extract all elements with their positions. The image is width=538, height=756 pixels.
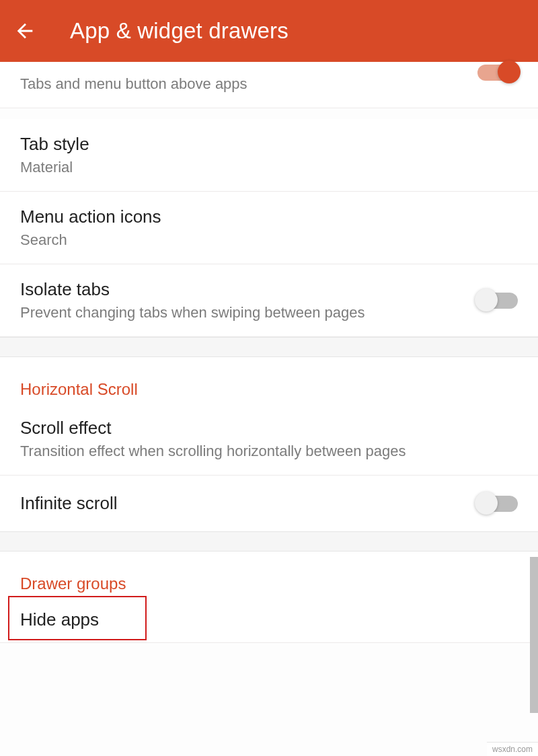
back-icon[interactable] — [12, 18, 38, 44]
setting-title: Hide apps — [20, 609, 518, 630]
setting-infinite-scroll[interactable]: Infinite scroll — [0, 476, 538, 531]
app-header: App & widget drawers — [0, 0, 538, 62]
toggle-knob — [475, 492, 498, 515]
section-divider — [0, 531, 538, 552]
setting-subtitle: Search — [20, 231, 518, 249]
setting-tab-style[interactable]: Tab style Material — [0, 119, 538, 192]
setting-scroll-effect[interactable]: Scroll effect Transition effect when scr… — [0, 403, 538, 476]
scrollbar[interactable] — [530, 557, 538, 713]
toggle-switch[interactable] — [477, 65, 518, 81]
footer-watermark: wsxdn.com — [487, 742, 538, 756]
setting-tabs-menu[interactable]: Tabs and menu button above apps — [0, 62, 538, 108]
setting-subtitle: Tabs and menu button above apps — [20, 75, 464, 93]
toggle-switch[interactable] — [477, 496, 518, 512]
setting-title: Isolate tabs — [20, 279, 464, 300]
setting-menu-action[interactable]: Menu action icons Search — [0, 192, 538, 264]
toggle-knob — [475, 289, 498, 311]
setting-subtitle: Prevent changing tabs when swiping betwe… — [20, 304, 464, 322]
setting-subtitle: Transition effect when scrolling horizon… — [20, 443, 518, 460]
page-title: App & widget drawers — [70, 18, 289, 44]
toggle-knob — [498, 61, 521, 83]
setting-isolate-tabs[interactable]: Isolate tabs Prevent changing tabs when … — [0, 264, 538, 337]
section-header-horizontal: Horizontal Scroll — [0, 357, 538, 403]
setting-title: Scroll effect — [20, 418, 518, 439]
section-header-drawer-groups: Drawer groups — [0, 552, 538, 597]
setting-subtitle: Material — [20, 159, 518, 176]
setting-title: Menu action icons — [20, 206, 518, 227]
section-divider — [0, 337, 538, 357]
setting-title: Tab style — [20, 134, 518, 155]
setting-hide-apps[interactable]: Hide apps — [0, 597, 538, 643]
setting-title: Infinite scroll — [20, 493, 464, 514]
toggle-switch[interactable] — [477, 293, 518, 309]
